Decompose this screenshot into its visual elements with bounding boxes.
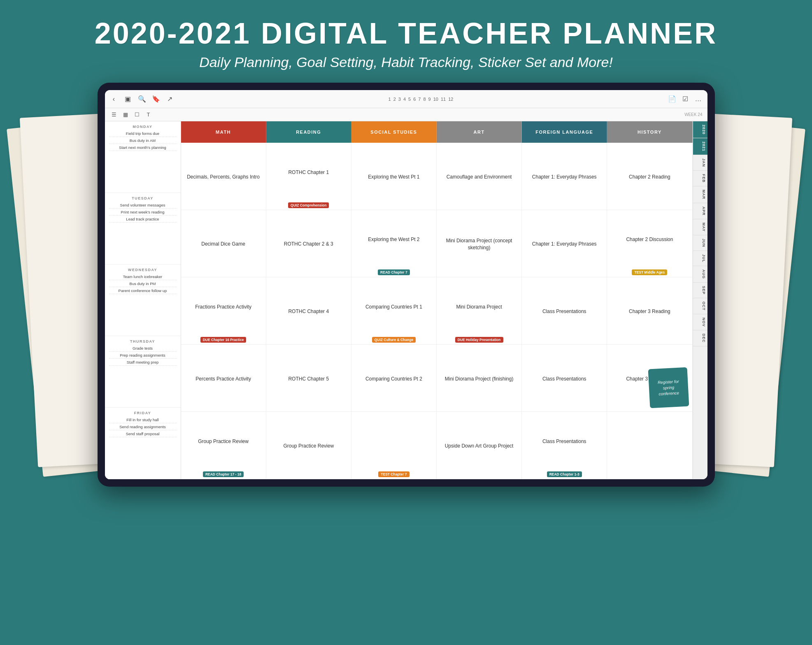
col-header-art: ART (437, 121, 522, 143)
tablet-frame: ‹ ▣ 🔍 🔖 ↗ 1 2 3 4 5 6 7 8 9 10 (98, 83, 715, 487)
cell-badge: DUE Chapter 16 Practice (200, 337, 247, 343)
grid-cell (607, 412, 692, 479)
page-num[interactable]: 12 (448, 97, 453, 102)
grid-icon[interactable]: ▣ (124, 95, 132, 103)
page-num[interactable]: 1 (389, 97, 391, 102)
day-task: Prep reading assignments (109, 353, 177, 359)
planner-body: MONDAYField trip forms dueBus duty in AM… (105, 121, 707, 479)
grid-cell: Decimals, Percents, Graphs Intro (181, 143, 266, 210)
year-tab-jun[interactable]: JUN (693, 235, 707, 251)
day-label-tuesday: TUESDAY (109, 196, 177, 200)
page-num[interactable]: 8 (423, 97, 426, 102)
grid-row-3: Percents Practice ActivityROTHC Chapter … (181, 345, 693, 412)
cell-badge: TEST Chapter 7 (378, 471, 409, 477)
grid-cell: Class Presentations (522, 277, 607, 344)
year-tab-nov[interactable]: NOV (693, 314, 707, 331)
year-tab-oct[interactable]: OCT (693, 298, 707, 314)
col-header-history: HISTORY (607, 121, 692, 143)
cell-content: Upside Down Art Group Project (440, 415, 518, 477)
search-icon[interactable]: 🔍 (138, 95, 146, 103)
cell-content: Group Practice Review (184, 415, 263, 468)
page-num[interactable]: 7 (418, 97, 421, 102)
share-icon[interactable]: ↗ (166, 95, 174, 103)
planner-grid: MATHREADINGSOCIAL STUDIESARTFOREIGN LANG… (181, 121, 693, 479)
grid-cell: Exploring the West Pt 2READ Chapter 7 (351, 210, 437, 277)
cell-badge: READ Chapter 7 (378, 269, 410, 275)
cell-content: ROTHC Chapter 1 (270, 146, 348, 199)
days-sidebar: MONDAYField trip forms dueBus duty in AM… (105, 121, 181, 479)
cell-content: Chapter 1: Everyday Phrases (525, 213, 603, 276)
day-label-wednesday: WEDNESDAY (109, 268, 177, 272)
page-num[interactable]: 4 (403, 97, 406, 102)
year-tab-mar[interactable]: MAR (693, 186, 707, 203)
device-wrapper: ‹ ▣ 🔍 🔖 ↗ 1 2 3 4 5 6 7 8 9 10 (0, 79, 812, 503)
badge-row: TEST Chapter 7 (355, 468, 433, 477)
cell-content: Comparing Countries Pt 1 (355, 281, 433, 334)
year-tab-2020[interactable]: 2020 (693, 121, 707, 138)
col-header-foreign_language: FOREIGN LANGUAGE (522, 121, 607, 143)
page-numbers: 1 2 3 4 5 6 7 8 9 10 11 12 (389, 97, 454, 102)
cell-content: ROTHC Chapter 4 (270, 281, 348, 343)
grid-cell: Chapter 2 Reading (607, 143, 692, 210)
cell-badge: DUE Holiday Presentation (455, 337, 503, 343)
day-section-monday: MONDAYField trip forms dueBus duty in AM… (105, 121, 181, 193)
col-header-social_studies: SOCIAL STUDIES (351, 121, 437, 143)
day-section-wednesday: WEDNESDAYTeam lunch icebreakerBus duty i… (105, 264, 181, 336)
check-icon[interactable]: ☑ (681, 95, 689, 103)
page-num[interactable]: 3 (398, 97, 401, 102)
grid-cell: Chapter 2 DiscussionTEST Middle Ages (607, 210, 692, 277)
page-num[interactable]: 2 (393, 97, 396, 102)
page-num[interactable]: 9 (428, 97, 431, 102)
header: 2020-2021 DIGITAL TEACHER PLANNER Daily … (86, 0, 726, 79)
cell-content: Comparing Countries Pt 2 (355, 348, 433, 410)
page-num[interactable]: 10 (433, 97, 438, 102)
grid-cell: Chapter 3 Reading (607, 277, 692, 344)
grid-cell: Chapter 3 DiscussionRegister for spring … (607, 345, 692, 412)
day-task: Grade tests (109, 346, 177, 352)
day-task: Fill in for study hall (109, 418, 177, 423)
year-tab-dec[interactable]: DEC (693, 330, 707, 346)
badge-row: QUIZ Culture & Change (355, 334, 433, 343)
cell-badge: TEST Middle Ages (632, 269, 667, 275)
more-icon[interactable]: … (694, 95, 703, 103)
cell-content: Mini Diorama Project (finishing) (440, 348, 518, 410)
day-task: Lead track practice (109, 217, 177, 223)
cell-badge: READ Chapter 17 - 18 (203, 471, 244, 477)
grid-cell: Class PresentationsREAD Chapter 1-3 (522, 412, 607, 479)
year-tab-jan[interactable]: JAN (693, 155, 707, 171)
cell-content: Class Presentations (525, 281, 603, 343)
year-tab-feb[interactable]: FEB (693, 171, 707, 186)
page-num[interactable]: 11 (441, 97, 446, 102)
toolbar-right: 📄 ☑ … (668, 95, 703, 103)
menu-icon[interactable]: ☰ (110, 111, 118, 119)
cell-badge: QUIZ Culture & Change (372, 337, 416, 343)
grid-rows: Decimals, Percents, Graphs IntroROTHC Ch… (181, 143, 693, 479)
grid-cell: Mini Diorama Project (finishing) (437, 345, 522, 412)
back-icon[interactable]: ‹ (110, 95, 118, 103)
grid-cell: ROTHC Chapter 1QUIZ Comprehension (266, 143, 351, 210)
grid-cell: Mini Diorama Project (concept sketching) (437, 210, 522, 277)
year-tab-2021[interactable]: 2021 (693, 138, 707, 155)
grid-cell: Decimal Dice Game (181, 210, 266, 277)
toolbar-left: ‹ ▣ 🔍 🔖 ↗ (110, 95, 174, 103)
view-icon[interactable]: ▦ (121, 111, 130, 119)
grid-row-4: Group Practice ReviewREAD Chapter 17 - 1… (181, 412, 693, 479)
year-tab-aug[interactable]: AUG (693, 266, 707, 283)
checkbox-icon[interactable]: ☐ (133, 111, 141, 119)
year-tab-sep[interactable]: SEP (693, 283, 707, 298)
year-tab-may[interactable]: MAY (693, 219, 707, 235)
year-tab-apr[interactable]: APR (693, 203, 707, 219)
toolbar-secondary: ☰ ▦ ☐ T WEEK 24 (105, 108, 707, 121)
page-num[interactable]: 6 (413, 97, 416, 102)
text-icon[interactable]: T (144, 111, 153, 119)
doc-icon[interactable]: 📄 (668, 95, 676, 103)
year-tab-jul[interactable]: JUL (693, 251, 707, 266)
cell-content: Chapter 2 Discussion (610, 213, 689, 267)
grid-cell: Percents Practice Activity (181, 345, 266, 412)
bookmark-icon[interactable]: 🔖 (152, 95, 160, 103)
page-num[interactable]: 5 (408, 97, 411, 102)
grid-cell: Comparing Countries Pt 1QUIZ Culture & C… (351, 277, 437, 344)
grid-cell: Comparing Countries Pt 2 (351, 345, 437, 412)
tablet-screen: ‹ ▣ 🔍 🔖 ↗ 1 2 3 4 5 6 7 8 9 10 (105, 90, 707, 479)
conference-sticker: Register for spring conference (648, 367, 689, 408)
